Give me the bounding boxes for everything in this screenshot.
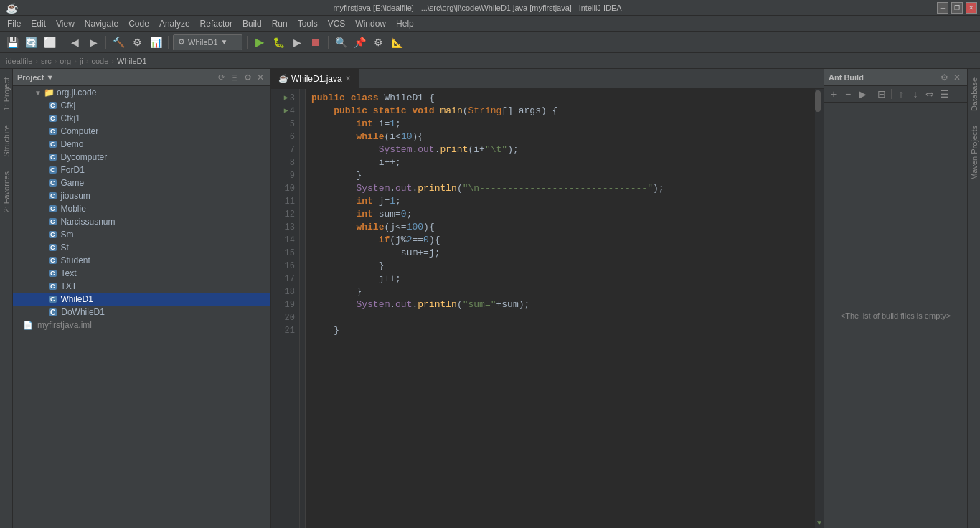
toolbar-extra3[interactable]: ⚙ bbox=[370, 34, 386, 50]
code-editor[interactable]: ▶3 ▶4 5 6 7 8 9 10 11 12 13 14 15 16 17 … bbox=[271, 89, 824, 528]
toolbar-btn6[interactable]: ⚙ bbox=[129, 34, 145, 50]
run-button[interactable]: ▶ bbox=[252, 34, 268, 50]
project-tool-sync[interactable]: ⟳ bbox=[216, 72, 227, 83]
line-18: 18 bbox=[271, 286, 299, 298]
tree-dowhiled1[interactable]: C DoWhileD1 bbox=[13, 306, 270, 319]
ant-sort-btn[interactable]: ↑ bbox=[895, 88, 908, 100]
toolbar-extra1[interactable]: 🔍 bbox=[333, 34, 349, 50]
line-7: 7 bbox=[271, 143, 299, 156]
menu-refactor[interactable]: Refactor bbox=[196, 17, 237, 30]
code-line-20 bbox=[311, 311, 809, 324]
tree-txt[interactable]: C TXT bbox=[13, 280, 270, 293]
menu-navigate[interactable]: Navigate bbox=[80, 17, 123, 30]
ant-settings-btn[interactable]: ⚙ bbox=[938, 72, 950, 83]
tree-moblie[interactable]: C Moblie bbox=[13, 202, 270, 215]
toolbar-extra4[interactable]: 📐 bbox=[389, 34, 405, 50]
tab-close-btn[interactable]: ✕ bbox=[345, 75, 351, 82]
menu-run[interactable]: Run bbox=[268, 17, 292, 30]
project-tool-close[interactable]: ✕ bbox=[255, 72, 266, 83]
menu-edit[interactable]: Edit bbox=[27, 17, 50, 30]
restore-button[interactable]: ❐ bbox=[951, 2, 963, 14]
ant-sep2 bbox=[891, 89, 892, 99]
tree-dycomputer[interactable]: C Dycomputer bbox=[13, 151, 270, 164]
code-content[interactable]: public class WhileD1 { public static voi… bbox=[306, 89, 815, 528]
toolbar-extra2[interactable]: 📌 bbox=[352, 34, 367, 50]
tree-iml[interactable]: 📄 myfirstjava.iml bbox=[13, 319, 270, 331]
stop-button[interactable]: ⏹ bbox=[308, 34, 324, 50]
menu-help[interactable]: Help bbox=[392, 17, 418, 30]
tab-database[interactable]: Database bbox=[969, 72, 980, 117]
class-icon: C bbox=[49, 218, 57, 225]
tree-whiled1[interactable]: C WhileD1 bbox=[13, 293, 270, 306]
back-button[interactable]: ◀ bbox=[67, 34, 83, 50]
editor-scrollbar[interactable]: ▼ bbox=[815, 89, 824, 528]
tree-label: Dycomputer bbox=[61, 152, 108, 162]
code-line-16: } bbox=[311, 260, 809, 273]
bread-whiled1[interactable]: WhileD1 bbox=[117, 57, 147, 65]
ant-filter-btn[interactable]: ⊟ bbox=[875, 88, 888, 100]
tree-student[interactable]: C Student bbox=[13, 254, 270, 267]
bread-code[interactable]: code bbox=[91, 57, 108, 65]
tab-favorites[interactable]: 2: Favorites bbox=[1, 166, 12, 218]
forward-button[interactable]: ▶ bbox=[85, 34, 101, 50]
tab-whiled1-java[interactable]: ☕ WhileD1.java ✕ bbox=[271, 69, 359, 89]
tree-label: Sm bbox=[61, 230, 74, 240]
line-5: 5 bbox=[271, 118, 299, 131]
ant-add-btn[interactable]: + bbox=[827, 88, 840, 100]
sync-button[interactable]: 🔄 bbox=[23, 34, 39, 50]
tree-game[interactable]: C Game bbox=[13, 176, 270, 189]
line-12: 12 bbox=[271, 208, 299, 221]
tree-label: myfirstjava.iml bbox=[37, 320, 92, 330]
build-button[interactable]: 🔨 bbox=[110, 34, 126, 50]
tree-jiousum[interactable]: C jiousum bbox=[13, 189, 270, 202]
tree-text[interactable]: C Text bbox=[13, 267, 270, 280]
menu-analyze[interactable]: Analyze bbox=[155, 17, 194, 30]
ant-close-btn[interactable]: ✕ bbox=[951, 72, 963, 83]
menu-window[interactable]: Window bbox=[351, 17, 390, 30]
tab-maven[interactable]: Maven Projects bbox=[969, 120, 980, 186]
toolbar-btn7[interactable]: 📊 bbox=[148, 34, 164, 50]
title-bar: ☕ myfirstjava [E:\idealfile] - ...\src\o… bbox=[0, 0, 980, 16]
bread-src[interactable]: src bbox=[41, 57, 52, 65]
ant-run-btn[interactable]: ▶ bbox=[856, 88, 869, 100]
code-line-6: while(i<10){ bbox=[311, 131, 809, 143]
menu-tools[interactable]: Tools bbox=[293, 17, 322, 30]
bread-idealfile[interactable]: idealfile bbox=[6, 57, 32, 65]
menu-code[interactable]: Code bbox=[124, 17, 154, 30]
tree-ford1[interactable]: C ForD1 bbox=[13, 164, 270, 176]
scrollbar-thumb[interactable] bbox=[815, 90, 821, 112]
tree-computer[interactable]: C Computer bbox=[13, 125, 270, 138]
debug-button[interactable]: 🐛 bbox=[270, 34, 286, 50]
bread-ji[interactable]: ji bbox=[80, 57, 83, 65]
ant-expand-btn[interactable]: ⇔ bbox=[923, 88, 936, 100]
menu-view[interactable]: View bbox=[52, 17, 79, 30]
editor-area: ☕ WhileD1.java ✕ ▶3 ▶4 5 6 7 8 9 10 11 1 bbox=[271, 69, 824, 528]
menu-file[interactable]: File bbox=[3, 17, 25, 30]
tree-demo[interactable]: C Demo bbox=[13, 138, 270, 151]
tree-st[interactable]: C St bbox=[13, 241, 270, 254]
run-config-dropdown[interactable]: ⚙ WhileD1 ▼ bbox=[173, 34, 242, 50]
tab-project[interactable]: 1: Project bbox=[1, 72, 12, 116]
project-tool-settings[interactable]: ⚙ bbox=[242, 72, 253, 83]
ant-remove-btn[interactable]: − bbox=[842, 88, 854, 100]
tree-label: Student bbox=[61, 255, 90, 265]
run-with-coverage-button[interactable]: ▶ bbox=[289, 34, 305, 50]
minimize-button[interactable]: ─ bbox=[937, 2, 948, 14]
tree-sm[interactable]: C Sm bbox=[13, 228, 270, 241]
tab-structure[interactable]: Structure bbox=[1, 119, 12, 163]
menu-build[interactable]: Build bbox=[238, 17, 266, 30]
tree-cfkj1[interactable]: C Cfkj1 bbox=[13, 112, 270, 125]
ant-group-btn[interactable]: ☰ bbox=[938, 88, 951, 100]
close-button[interactable]: ✕ bbox=[966, 2, 977, 14]
ant-sort2-btn[interactable]: ↓ bbox=[909, 88, 922, 100]
tree-org-ji-code[interactable]: ▼ 📁 org.ji.code bbox=[13, 86, 270, 99]
save-button[interactable]: 💾 bbox=[4, 34, 20, 50]
code-line-18: } bbox=[311, 286, 809, 298]
toolbar-btn3[interactable]: ⬜ bbox=[42, 34, 57, 50]
tree-cfkj[interactable]: C Cfkj bbox=[13, 99, 270, 112]
menu-vcs[interactable]: VCS bbox=[324, 17, 350, 30]
tree-narcissusnum[interactable]: C Narcissusnum bbox=[13, 215, 270, 228]
separator1 bbox=[62, 36, 62, 49]
project-tool-collapse[interactable]: ⊟ bbox=[229, 72, 240, 83]
bread-org[interactable]: org bbox=[60, 57, 71, 65]
